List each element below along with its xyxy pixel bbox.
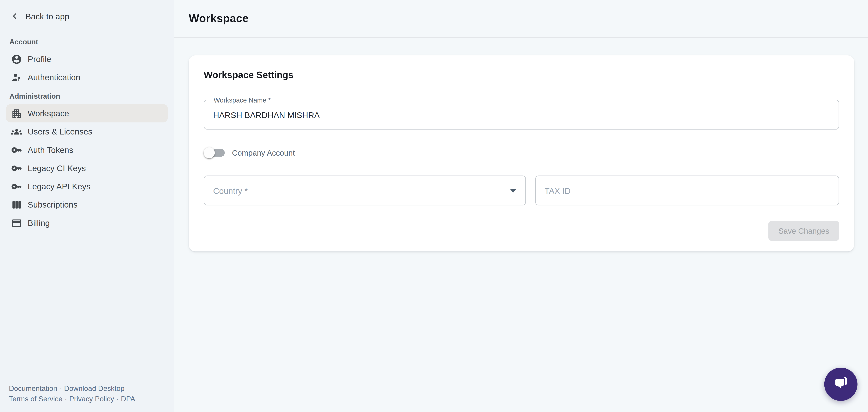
- back-to-app-label: Back to app: [25, 11, 69, 21]
- groups-icon: [11, 126, 22, 137]
- sidebar-item-label: Legacy CI Keys: [28, 164, 86, 173]
- sidebar-item-label: Auth Tokens: [28, 145, 73, 155]
- sidebar-item-workspace[interactable]: Workspace: [6, 104, 167, 122]
- workspace-name-input[interactable]: [204, 100, 839, 129]
- columns-icon: [11, 199, 22, 210]
- sidebar-item-label: Subscriptions: [28, 200, 78, 209]
- sidebar-item-billing[interactable]: Billing: [0, 214, 174, 232]
- dpa-link[interactable]: DPA: [121, 395, 135, 403]
- key-icon: [11, 144, 22, 155]
- key-icon: [11, 163, 22, 174]
- tax-id-field: [535, 176, 839, 205]
- footer-line-1: Documentation·Download Desktop: [9, 383, 166, 393]
- country-select[interactable]: Country *: [204, 176, 525, 205]
- dropdown-arrow-icon: [509, 188, 516, 193]
- card-title: Workspace Settings: [204, 70, 839, 81]
- page-title: Workspace: [189, 12, 249, 25]
- terms-of-service-link[interactable]: Terms of Service: [9, 395, 63, 403]
- settings-sidebar: Back to app Account Profile Authenticati…: [0, 0, 175, 412]
- save-changes-button[interactable]: Save Changes: [768, 221, 839, 241]
- privacy-policy-link[interactable]: Privacy Policy: [69, 395, 114, 403]
- workspace-name-field: Workspace Name *: [204, 99, 839, 129]
- card-actions: Save Changes: [204, 221, 839, 241]
- sidebar-item-authentication[interactable]: Authentication: [0, 68, 174, 86]
- workspace-name-label: Workspace Name *: [211, 96, 274, 104]
- content-area: Workspace Settings Workspace Name * Comp…: [175, 38, 868, 252]
- chat-launcher-button[interactable]: [824, 367, 857, 401]
- country-tax-row: Country *: [204, 176, 839, 205]
- sidebar-item-auth-tokens[interactable]: Auth Tokens: [0, 141, 174, 159]
- chevron-left-icon: [10, 11, 19, 21]
- sidebar-item-users-licenses[interactable]: Users & Licenses: [0, 122, 174, 141]
- account-circle-icon: [11, 54, 22, 64]
- company-account-toggle[interactable]: [204, 147, 225, 158]
- sidebar-item-legacy-ci-keys[interactable]: Legacy CI Keys: [0, 159, 174, 177]
- key-icon: [11, 181, 22, 192]
- country-label: Country *: [213, 186, 248, 195]
- sidebar-item-label: Legacy API Keys: [28, 182, 91, 191]
- footer-separator: ·: [57, 384, 64, 393]
- credit-card-icon: [11, 217, 22, 228]
- back-to-app-button[interactable]: Back to app: [0, 9, 174, 23]
- toggle-thumb: [204, 147, 215, 158]
- section-header-account: Account: [0, 37, 174, 47]
- sidebar-item-profile[interactable]: Profile: [0, 50, 174, 68]
- sidebar-item-label: Profile: [28, 54, 51, 64]
- main-area: Workspace Workspace Settings Workspace N…: [175, 0, 868, 412]
- sidebar-item-legacy-api-keys[interactable]: Legacy API Keys: [0, 177, 174, 195]
- sidebar-item-label: Authentication: [28, 72, 81, 82]
- sidebar-item-subscriptions[interactable]: Subscriptions: [0, 196, 174, 214]
- workspace-settings-card: Workspace Settings Workspace Name * Comp…: [189, 55, 854, 252]
- administration-nav-list: Workspace Users & Licenses Auth Tokens L…: [0, 104, 174, 232]
- footer-separator: ·: [62, 395, 69, 403]
- tax-id-input[interactable]: [535, 176, 839, 205]
- footer-line-2: Terms of Service·Privacy Policy·DPA: [9, 394, 166, 404]
- section-header-administration: Administration: [0, 91, 174, 101]
- sidebar-item-label: Billing: [28, 218, 50, 228]
- page-header: Workspace: [175, 0, 868, 38]
- download-desktop-link[interactable]: Download Desktop: [64, 384, 125, 393]
- footer-separator: ·: [114, 395, 121, 403]
- sidebar-item-label: Users & Licenses: [28, 127, 92, 136]
- company-account-label: Company Account: [232, 148, 295, 157]
- documentation-link[interactable]: Documentation: [9, 384, 57, 393]
- app-window: Back to app Account Profile Authenticati…: [0, 0, 868, 412]
- company-account-row: Company Account: [204, 146, 839, 159]
- apartment-icon: [11, 108, 22, 119]
- sidebar-footer: Documentation·Download Desktop Terms of …: [0, 383, 174, 412]
- sidebar-item-label: Workspace: [28, 109, 69, 118]
- chat-bubbles-icon: [832, 374, 849, 394]
- account-nav-list: Profile Authentication: [0, 50, 174, 86]
- passkey-icon: [11, 72, 22, 83]
